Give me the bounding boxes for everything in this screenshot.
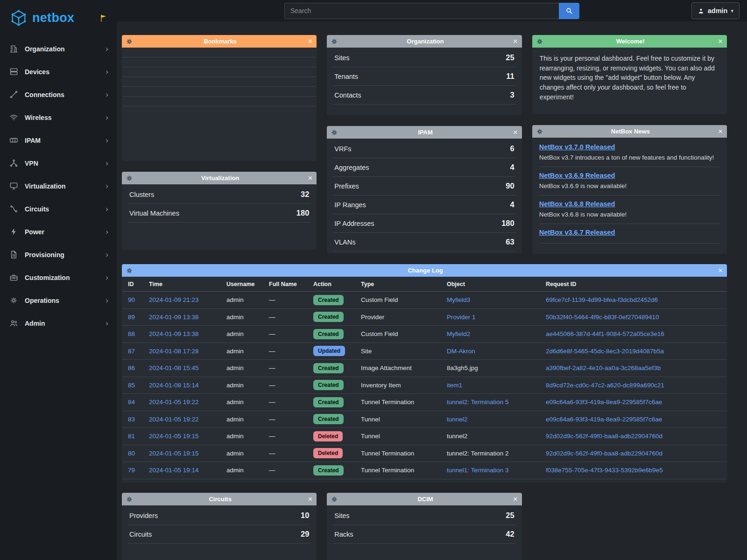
news-headline-link[interactable]: NetBox v3.6.8 Released bbox=[539, 200, 615, 208]
change-object-link[interactable]: Provider 1 bbox=[447, 314, 476, 321]
stat-row[interactable]: Tenants 11 bbox=[333, 67, 515, 86]
stat-row[interactable]: Contacts 3 bbox=[333, 86, 515, 105]
news-headline-link[interactable]: NetBox v3.6.9 Released bbox=[539, 172, 615, 179]
change-time-link[interactable]: 2024-01-05 19:22 bbox=[149, 399, 199, 406]
change-time-link[interactable]: 2024-01-05 19:15 bbox=[149, 433, 199, 440]
widget-settings-icon[interactable] bbox=[331, 129, 338, 136]
stat-row[interactable]: Aggregates 4 bbox=[333, 158, 515, 177]
close-icon[interactable]: × bbox=[718, 127, 723, 135]
widget-header[interactable]: IPAM × bbox=[327, 126, 521, 139]
request-id-link[interactable]: 92d02d9c-562f-49f0-baa8-adb22904760d bbox=[546, 433, 662, 440]
change-time-link[interactable]: 2024-01-09 13:38 bbox=[149, 314, 199, 321]
change-object-link[interactable]: Myfield3 bbox=[447, 296, 470, 303]
close-icon[interactable]: × bbox=[308, 495, 312, 503]
request-id-link[interactable]: 2d6d6e8f-5465-45dc-8ec3-2019d4087b5a bbox=[546, 348, 664, 355]
change-id-link[interactable]: 89 bbox=[128, 314, 135, 321]
change-id-link[interactable]: 84 bbox=[128, 399, 135, 406]
change-object-link[interactable]: tunnel2: Termination 2 bbox=[447, 450, 509, 457]
bookmark-link[interactable] bbox=[122, 67, 317, 77]
sidebar-item-customization[interactable]: Customization › bbox=[0, 266, 117, 289]
stat-row[interactable]: Providers 10 bbox=[128, 506, 310, 525]
sidebar-item-vpn[interactable]: VPN › bbox=[0, 152, 117, 175]
widget-settings-icon[interactable] bbox=[331, 38, 338, 45]
request-id-link[interactable]: 69fce7cf-1139-4d99-bfea-f3dcbd2452d6 bbox=[546, 296, 658, 303]
widget-header[interactable]: Welcome! × bbox=[532, 35, 727, 48]
request-id-link[interactable]: 8d9cd72e-cd0c-47c2-a620-dc899a690c21 bbox=[546, 382, 664, 389]
stat-row[interactable]: VLANs 63 bbox=[333, 233, 515, 252]
news-headline-link[interactable]: NetBox v3.7.0 Released bbox=[539, 143, 615, 151]
search-input[interactable] bbox=[284, 3, 559, 19]
request-id-link[interactable]: f038e755-705e-47f3-9433-5392b9e6b9e5 bbox=[546, 467, 663, 474]
close-icon[interactable]: × bbox=[513, 495, 518, 503]
widget-settings-icon[interactable] bbox=[331, 496, 338, 503]
close-icon[interactable]: × bbox=[308, 174, 312, 182]
widget-header[interactable]: Virtualization × bbox=[122, 172, 317, 184]
sidebar-item-virtualization[interactable]: Virtualization › bbox=[0, 175, 117, 197]
widget-header[interactable]: Organization × bbox=[327, 35, 521, 48]
change-id-link[interactable]: 86 bbox=[128, 364, 135, 371]
widget-settings-icon[interactable] bbox=[536, 38, 543, 45]
change-object-link[interactable]: tunnel2 bbox=[447, 433, 467, 440]
stat-row[interactable]: Prefixes 90 bbox=[333, 177, 515, 196]
sidebar-item-connections[interactable]: Connections › bbox=[0, 83, 117, 106]
sidebar-item-ipam[interactable]: IPAM › bbox=[0, 129, 117, 152]
stat-row[interactable]: Circuits 29 bbox=[128, 525, 310, 544]
change-object-link[interactable]: tunnel2: Termination 5 bbox=[447, 399, 509, 406]
change-time-link[interactable]: 2024-01-09 13:38 bbox=[149, 330, 199, 337]
bookmark-link[interactable] bbox=[122, 57, 317, 67]
request-id-link[interactable]: e09c64a6-93f3-419a-8ea9-229585f7c6ae bbox=[546, 416, 662, 423]
sidebar-item-devices[interactable]: Devices › bbox=[0, 60, 117, 83]
netbox-logo-text[interactable]: netbox bbox=[32, 11, 74, 25]
change-time-link[interactable]: 2024-01-08 17:28 bbox=[149, 348, 199, 355]
widget-settings-icon[interactable] bbox=[126, 175, 133, 182]
change-time-link[interactable]: 2024-01-08 15:45 bbox=[149, 364, 199, 371]
sidebar-item-provisioning[interactable]: Provisioning › bbox=[0, 243, 117, 266]
change-id-link[interactable]: 81 bbox=[128, 433, 135, 440]
request-id-link[interactable]: ae445066-387d-44f1-9084-572a05ce3e16 bbox=[546, 330, 664, 337]
sidebar-item-power[interactable]: Power › bbox=[0, 220, 117, 243]
sidebar-item-organization[interactable]: Organization › bbox=[0, 37, 117, 60]
change-time-link[interactable]: 2024-01-09 21:23 bbox=[149, 296, 199, 303]
change-id-link[interactable]: 85 bbox=[128, 382, 135, 389]
sidebar-item-wireless[interactable]: Wireless › bbox=[0, 106, 117, 129]
change-object-link[interactable]: 8a3gh5.jpg bbox=[447, 364, 478, 371]
bookmark-link[interactable] bbox=[122, 77, 317, 87]
change-id-link[interactable]: 90 bbox=[128, 296, 135, 303]
close-icon[interactable]: × bbox=[513, 128, 518, 136]
pennant-flag-icon[interactable] bbox=[99, 14, 108, 22]
stat-row[interactable]: Racks 42 bbox=[333, 525, 515, 544]
bookmark-link[interactable] bbox=[122, 48, 317, 57]
change-id-link[interactable]: 88 bbox=[128, 330, 135, 337]
change-object-link[interactable]: Myfield2 bbox=[447, 330, 470, 337]
widget-header[interactable]: Circuits × bbox=[122, 493, 317, 505]
stat-row[interactable]: IP Ranges 4 bbox=[333, 196, 515, 214]
request-id-link[interactable]: e09c64a6-93f3-419a-8ea9-229585f7c6ae bbox=[546, 399, 662, 406]
change-id-link[interactable]: 79 bbox=[128, 467, 135, 474]
close-icon[interactable]: × bbox=[513, 37, 518, 45]
change-object-link[interactable]: DM-Akron bbox=[447, 348, 475, 355]
change-object-link[interactable]: tunnel2 bbox=[447, 416, 467, 423]
sidebar-item-admin[interactable]: Admin › bbox=[0, 312, 117, 335]
stat-row[interactable]: Sites 25 bbox=[333, 506, 515, 525]
widget-header[interactable]: Change Log × bbox=[122, 264, 727, 277]
change-object-link[interactable]: item1 bbox=[447, 382, 462, 389]
stat-row[interactable]: Sites 25 bbox=[333, 49, 515, 67]
user-menu-button[interactable]: admin ▾ bbox=[691, 2, 740, 19]
stat-row[interactable]: Clusters 32 bbox=[128, 185, 310, 204]
widget-header[interactable]: DCIM × bbox=[327, 493, 521, 505]
widget-settings-icon[interactable] bbox=[536, 128, 543, 135]
widget-settings-icon[interactable] bbox=[126, 496, 133, 503]
close-icon[interactable]: × bbox=[308, 37, 312, 45]
sidebar-item-circuits[interactable]: Circuits › bbox=[0, 197, 117, 220]
bookmark-link[interactable] bbox=[122, 97, 317, 106]
change-id-link[interactable]: 80 bbox=[128, 450, 135, 457]
stat-row[interactable]: VRFs 6 bbox=[333, 140, 515, 158]
sidebar-item-operations[interactable]: Operations › bbox=[0, 289, 117, 312]
request-id-link[interactable]: a390fbef-2a82-4e10-aa0a-3c268aa5ef3b bbox=[546, 364, 661, 371]
change-time-link[interactable]: 2024-01-05 19:22 bbox=[149, 416, 199, 423]
news-headline-link[interactable]: NetBox v3.6.7 Released bbox=[539, 229, 615, 236]
request-id-link[interactable]: 50b32f40-5464-4f9c-b83f-0ef270489410 bbox=[546, 314, 659, 321]
change-id-link[interactable]: 87 bbox=[128, 348, 135, 355]
netbox-logo-icon[interactable] bbox=[9, 9, 28, 27]
bookmark-link[interactable] bbox=[122, 87, 317, 97]
